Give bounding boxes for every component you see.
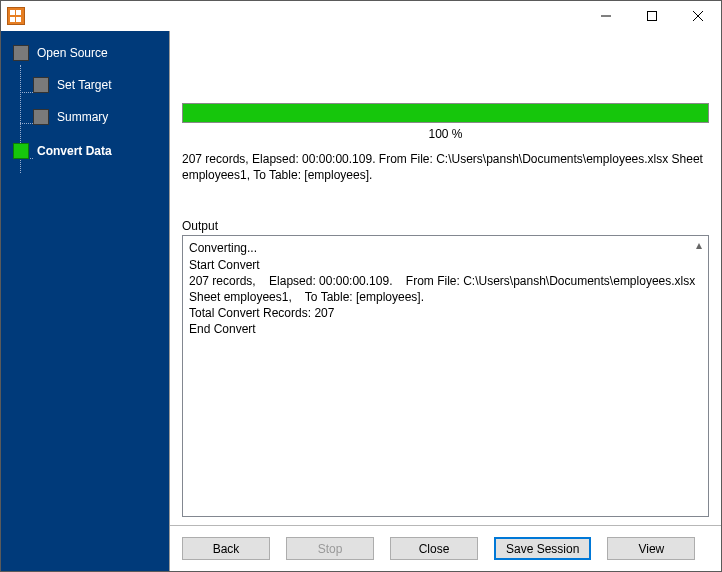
close-icon xyxy=(693,11,703,21)
maximize-icon xyxy=(647,11,657,21)
window-controls xyxy=(583,1,721,31)
save-session-button[interactable]: Save Session xyxy=(494,537,591,560)
step-status-icon xyxy=(33,109,49,125)
sidebar-step-label: Convert Data xyxy=(37,144,112,158)
progress-percent-label: 100 % xyxy=(182,127,709,141)
titlebar xyxy=(1,1,721,31)
step-status-icon xyxy=(13,45,29,61)
sidebar-step-label: Open Source xyxy=(37,46,108,60)
sidebar-step-convert-data[interactable]: Convert Data xyxy=(1,137,169,165)
output-textarea[interactable]: Converting... Start Convert 207 records,… xyxy=(182,235,709,517)
stop-button: Stop xyxy=(286,537,374,560)
progress-bar xyxy=(182,103,709,123)
svg-rect-1 xyxy=(648,12,657,21)
progress-area: 100 % xyxy=(170,31,721,141)
button-row: Back Stop Close Save Session View xyxy=(170,525,721,571)
content-area: 100 % 207 records, Elapsed: 00:00:00.109… xyxy=(170,31,721,525)
main-panel: 100 % 207 records, Elapsed: 00:00:00.109… xyxy=(169,31,721,571)
output-content: Converting... Start Convert 207 records,… xyxy=(189,241,699,336)
maximize-button[interactable] xyxy=(629,1,675,31)
app-icon xyxy=(7,7,25,25)
sidebar-step-label: Summary xyxy=(57,110,108,124)
view-button[interactable]: View xyxy=(607,537,695,560)
minimize-button[interactable] xyxy=(583,1,629,31)
status-text: 207 records, Elapsed: 00:00:00.109. From… xyxy=(170,141,721,183)
close-window-button[interactable] xyxy=(675,1,721,31)
minimize-icon xyxy=(601,11,611,21)
app-window: Open Source Set Target Summary Convert D… xyxy=(0,0,722,572)
sidebar-step-open-source[interactable]: Open Source xyxy=(1,39,169,67)
sidebar-step-summary[interactable]: Summary xyxy=(1,103,169,131)
sidebar: Open Source Set Target Summary Convert D… xyxy=(1,31,169,571)
output-label: Output xyxy=(170,183,721,235)
scroll-up-icon[interactable]: ▴ xyxy=(692,238,706,252)
sidebar-step-label: Set Target xyxy=(57,78,111,92)
back-button[interactable]: Back xyxy=(182,537,270,560)
close-button[interactable]: Close xyxy=(390,537,478,560)
step-status-icon xyxy=(33,77,49,93)
sidebar-step-set-target[interactable]: Set Target xyxy=(1,71,169,99)
body: Open Source Set Target Summary Convert D… xyxy=(1,31,721,571)
step-status-icon xyxy=(13,143,29,159)
